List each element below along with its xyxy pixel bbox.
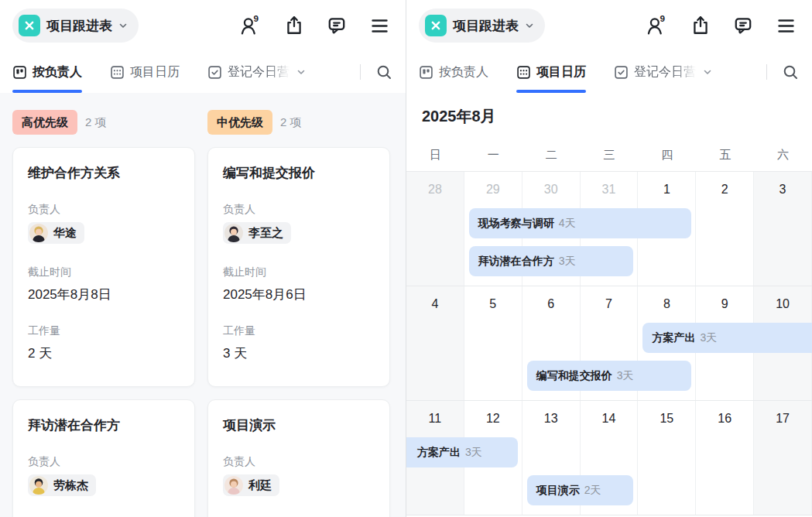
event-title: 方案产出 bbox=[417, 446, 461, 460]
calendar-date-number: 31 bbox=[581, 181, 638, 198]
calendar-day-cell[interactable]: 28 bbox=[406, 172, 464, 286]
menu-icon[interactable] bbox=[369, 15, 390, 36]
share-icon[interactable] bbox=[284, 15, 304, 36]
calendar-date-number: 16 bbox=[696, 410, 753, 427]
event-duration: 3天 bbox=[617, 369, 634, 383]
tab-register-today[interactable]: 登记今日营 bbox=[614, 51, 712, 93]
calendar-week-row: 11121314151617方案产出3天项目演示2天 bbox=[406, 401, 812, 515]
base-app-icon bbox=[425, 15, 447, 36]
calendar-day-cell[interactable]: 17 bbox=[754, 401, 812, 515]
field-label-workload: 工作量 bbox=[223, 324, 375, 337]
tab-by-assignee[interactable]: 按负责人 bbox=[12, 51, 82, 93]
task-card[interactable]: 项目演示 负责人 利廷 截止时间 bbox=[207, 399, 390, 517]
calendar-date-number: 15 bbox=[638, 410, 695, 427]
tab-register-today[interactable]: 登记今日营 bbox=[207, 51, 306, 93]
calendar-date-number: 11 bbox=[406, 410, 464, 427]
calendar-event-pill[interactable]: 现场考察与调研4天 bbox=[469, 208, 691, 238]
calendar-day-cell[interactable]: 5 bbox=[464, 286, 522, 400]
calendar-day-cell[interactable]: 15 bbox=[638, 401, 696, 515]
share-icon[interactable] bbox=[690, 15, 711, 36]
assignee-chip[interactable]: 劳栋杰 bbox=[28, 474, 96, 496]
event-duration: 3天 bbox=[700, 331, 717, 345]
calendar-month-title: 2025年8月 bbox=[406, 93, 812, 139]
search-icon[interactable] bbox=[375, 63, 393, 81]
kanban-icon bbox=[12, 65, 27, 80]
calendar-event-pill[interactable]: 方案产出3天 bbox=[642, 323, 812, 353]
tab-by-assignee[interactable]: 按负责人 bbox=[419, 51, 488, 93]
assignee-chip[interactable]: 李至之 bbox=[223, 222, 291, 244]
base-title-dropdown[interactable]: 项目跟进表 bbox=[419, 9, 545, 43]
calendar-day-cell[interactable]: 4 bbox=[406, 286, 464, 400]
calendar-day-cell[interactable]: 2 bbox=[696, 172, 754, 286]
avatar bbox=[224, 224, 243, 242]
workload-value: 3 天 bbox=[223, 344, 375, 363]
tab-project-calendar[interactable]: 项目日历 bbox=[110, 51, 180, 93]
field-label-assignee: 负责人 bbox=[28, 202, 180, 216]
assignee-chip[interactable]: 华途 bbox=[28, 222, 84, 244]
task-card[interactable]: 拜访潜在合作方 负责人 劳栋杰 截止时间 bbox=[12, 399, 195, 517]
base-title-dropdown[interactable]: 项目跟进表 bbox=[12, 9, 139, 43]
calendar-event-pill[interactable]: 项目演示2天 bbox=[527, 475, 634, 505]
task-card[interactable]: 维护合作方关系 负责人 华途 截止时间 2025年8月8日 工作 bbox=[12, 147, 195, 387]
task-card[interactable]: 编写和提交报价 负责人 李至之 截止时间 2025年8月6日 工 bbox=[207, 147, 390, 387]
deadline-value: 2025年8月6日 bbox=[223, 286, 375, 304]
event-duration: 3天 bbox=[559, 255, 576, 269]
deadline-value: 2025年8月8日 bbox=[28, 286, 180, 304]
calendar-date-number: 12 bbox=[464, 410, 522, 427]
chevron-down-icon[interactable] bbox=[296, 67, 306, 77]
chevron-down-icon bbox=[118, 21, 128, 30]
calendar-week-row: 28293031123现场考察与调研4天拜访潜在合作方3天 bbox=[406, 172, 812, 286]
comment-icon[interactable] bbox=[733, 15, 753, 36]
field-label-assignee: 负责人 bbox=[28, 454, 180, 468]
group-count: 2 项 bbox=[280, 115, 302, 130]
svg-text:9: 9 bbox=[254, 15, 259, 23]
weekday-label: 四 bbox=[638, 148, 696, 163]
field-label-deadline: 截止时间 bbox=[223, 265, 375, 279]
calendar-date-number: 28 bbox=[406, 181, 464, 198]
event-title: 方案产出 bbox=[652, 331, 695, 345]
form-check-icon bbox=[614, 65, 629, 80]
calendar-date-number: 3 bbox=[754, 181, 811, 198]
search-icon[interactable] bbox=[781, 63, 800, 81]
calendar-event-pill[interactable]: 方案产出3天 bbox=[406, 437, 518, 467]
tab-project-calendar[interactable]: 项目日历 bbox=[516, 51, 586, 93]
kanban-board: 高优先级 2 项 维护合作方关系 负责人 华途 bbox=[0, 93, 406, 517]
tab-label: 按负责人 bbox=[439, 64, 488, 80]
header-actions: 9 bbox=[645, 15, 797, 36]
calendar-day-cell[interactable]: 16 bbox=[696, 401, 754, 515]
field-label-assignee: 负责人 bbox=[223, 202, 375, 216]
card-title: 项目演示 bbox=[223, 416, 375, 435]
menu-icon[interactable] bbox=[776, 15, 797, 36]
calendar-date-number: 8 bbox=[638, 296, 695, 313]
group-count: 2 项 bbox=[85, 115, 107, 130]
calendar-date-number: 17 bbox=[754, 410, 811, 427]
chevron-down-icon[interactable] bbox=[703, 67, 712, 77]
svg-text:9: 9 bbox=[660, 15, 666, 23]
weekday-label: 二 bbox=[522, 148, 581, 163]
field-label-assignee: 负责人 bbox=[223, 454, 375, 468]
weekday-label: 六 bbox=[754, 148, 812, 163]
header-actions: 9 bbox=[238, 15, 390, 36]
weekday-label: 一 bbox=[464, 148, 522, 163]
members-icon[interactable]: 9 bbox=[645, 15, 668, 36]
calendar-date-number: 1 bbox=[638, 181, 695, 198]
window-header: 项目跟进表 9 bbox=[0, 0, 406, 51]
calendar-date-number: 9 bbox=[696, 296, 753, 313]
calendar-grid-icon bbox=[516, 65, 531, 80]
comment-icon[interactable] bbox=[327, 15, 347, 36]
avatar bbox=[29, 476, 48, 495]
event-duration: 2天 bbox=[584, 484, 601, 498]
workload-value: 2 天 bbox=[28, 344, 180, 363]
assignee-chip[interactable]: 利廷 bbox=[223, 474, 279, 496]
calendar-event-pill[interactable]: 拜访潜在合作方3天 bbox=[469, 246, 634, 276]
priority-badge-high[interactable]: 高优先级 bbox=[12, 110, 77, 135]
calendar-day-cell[interactable]: 3 bbox=[754, 172, 812, 286]
calendar-event-pill[interactable]: 编写和提交报价3天 bbox=[527, 361, 692, 391]
avatar bbox=[224, 476, 243, 495]
members-icon[interactable]: 9 bbox=[238, 15, 262, 36]
priority-badge-medium[interactable]: 中优先级 bbox=[207, 110, 272, 135]
view-tab-bar: 按负责人 项目日历 登记今日营 bbox=[406, 51, 812, 93]
form-check-icon bbox=[207, 65, 222, 80]
view-tab-bar: 按负责人 项目日历 登记今日营 bbox=[0, 51, 406, 93]
event-title: 编写和提交报价 bbox=[536, 369, 612, 383]
